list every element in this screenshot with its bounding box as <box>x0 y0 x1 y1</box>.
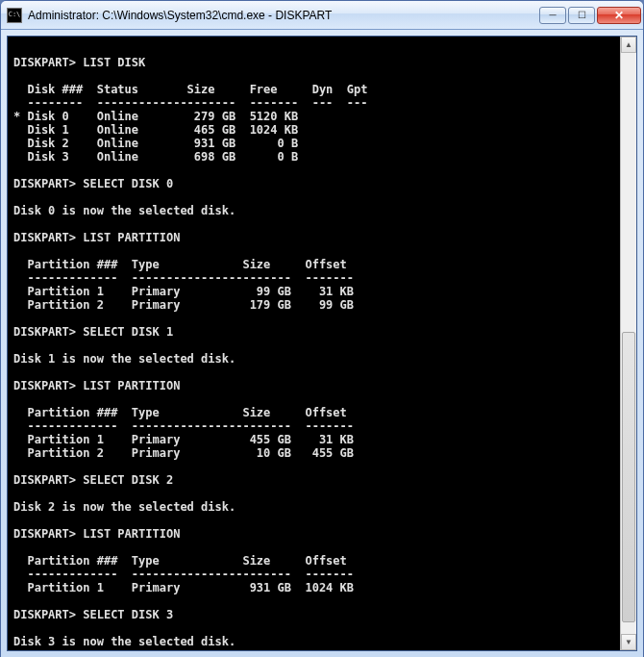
scroll-up-button[interactable]: ▲ <box>621 37 636 53</box>
titlebar[interactable]: Administrator: C:\Windows\System32\cmd.e… <box>1 1 643 30</box>
scroll-thumb[interactable] <box>622 332 635 622</box>
window-buttons: ─ ☐ ✕ <box>539 7 641 24</box>
terminal-wrap: DISKPART> LIST DISK Disk ### Status Size… <box>7 36 637 651</box>
terminal[interactable]: DISKPART> LIST DISK Disk ### Status Size… <box>8 37 619 650</box>
minimize-button[interactable]: ─ <box>539 7 566 24</box>
scroll-down-button[interactable]: ▼ <box>621 634 636 650</box>
cmd-icon <box>7 8 22 23</box>
window-title: Administrator: C:\Windows\System32\cmd.e… <box>28 9 539 22</box>
client-area: DISKPART> LIST DISK Disk ### Status Size… <box>1 30 643 657</box>
maximize-button[interactable]: ☐ <box>568 7 595 24</box>
app-window: Administrator: C:\Windows\System32\cmd.e… <box>0 0 644 657</box>
close-button[interactable]: ✕ <box>597 7 641 24</box>
vertical-scrollbar[interactable]: ▲ ▼ <box>620 37 636 650</box>
scroll-track[interactable] <box>621 53 636 634</box>
